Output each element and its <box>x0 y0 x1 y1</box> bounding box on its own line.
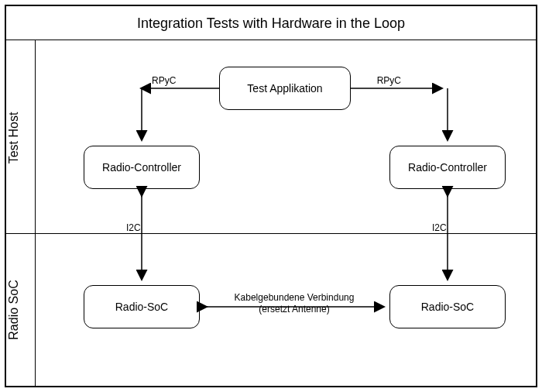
label-cable-line1: Kabelgebundene Verbindung <box>235 292 355 303</box>
lane-label-test-host: Test Host <box>7 112 21 164</box>
label-cable-line2: (ersetzt Antenne) <box>259 304 329 315</box>
lane-separator <box>6 233 536 234</box>
label-rpyc-right: RPyC <box>377 75 402 86</box>
node-radio-soc-left: Radio-SoC <box>84 285 200 328</box>
edge-rpyc-left: RPyC <box>142 75 219 139</box>
title-separator <box>6 40 536 40</box>
edge-i2c-right: I2C <box>432 195 448 279</box>
edge-cable: Kabelgebundene Verbindung (ersetzt Anten… <box>206 292 383 315</box>
lane-header-separator <box>35 40 36 386</box>
connection-overlay: RPyC RPyC I2C I2C Kabelgebundene Verbind… <box>6 6 536 386</box>
diagram-frame: Integration Tests with Hardware in the L… <box>5 5 537 387</box>
label-i2c-right: I2C <box>432 222 447 233</box>
diagram-title: Integration Tests with Hardware in the L… <box>6 15 536 32</box>
node-radio-controller-left: Radio-Controller <box>84 146 200 189</box>
label-i2c-left: I2C <box>126 222 141 233</box>
edge-i2c-left: I2C <box>126 195 142 279</box>
node-test-applikation: Test Applikation <box>219 67 351 110</box>
node-radio-soc-right: Radio-SoC <box>389 285 506 328</box>
lane-label-radio-soc: Radio SoC <box>7 280 21 339</box>
label-rpyc-left: RPyC <box>152 75 177 86</box>
edge-rpyc-right: RPyC <box>351 75 448 139</box>
node-radio-controller-right: Radio-Controller <box>389 146 506 189</box>
